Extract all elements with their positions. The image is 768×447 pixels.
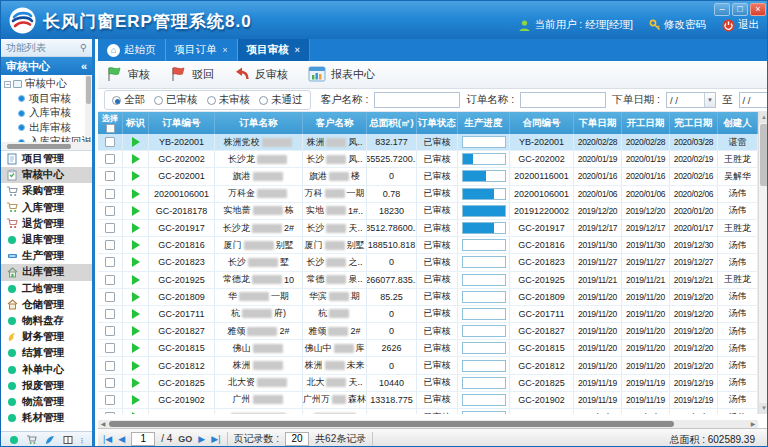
previous-page-button[interactable]: ◀ [118, 434, 125, 444]
sidebar-item-生产管理[interactable]: 生产管理 [1, 248, 92, 264]
table-row[interactable]: GC-2018178实地蔷栋实地1#..18230已审核201912200022… [98, 203, 768, 220]
quick-pen-icon[interactable] [45, 435, 55, 445]
quick-book-icon[interactable] [63, 435, 73, 445]
table-row[interactable]: GC-201825北大资北大天..10440已审核GC-2018252019/1… [98, 375, 768, 392]
row-checkbox[interactable] [105, 223, 115, 233]
collapse-node-icon[interactable]: − [4, 81, 11, 88]
customer-name-input[interactable] [374, 92, 460, 108]
tree-vertical-scrollbar[interactable] [85, 75, 92, 137]
tree-node-root[interactable]: −审核中心 [4, 77, 92, 92]
toolbar-button-报表中心[interactable]: 报表中心 [308, 66, 375, 84]
first-page-button[interactable]: |◀ [103, 434, 112, 444]
tab-项目审核[interactable]: 项目审核× [238, 39, 310, 61]
sidebar-item-仓储管理[interactable]: 仓储管理 [1, 297, 92, 313]
close-tab-icon[interactable]: × [223, 45, 228, 55]
order-date-to-picker[interactable]: / /▼ [739, 92, 768, 108]
tree-horizontal-scrollbar[interactable] [1, 142, 92, 150]
status-radio-已审核[interactable]: 已审核 [154, 93, 198, 107]
scroll-up-icon[interactable]: ▲ [759, 112, 768, 123]
table-row[interactable]: GC-201816厦门别墅厦门别墅188510.818已审核GC-2018162… [98, 237, 768, 254]
chevron-down-icon[interactable]: ▼ [704, 93, 715, 107]
sidebar-item-采购管理[interactable]: 采购管理 [1, 183, 92, 199]
row-checkbox[interactable] [105, 275, 115, 285]
select-all-checkbox[interactable] [106, 124, 115, 133]
scroll-down-icon[interactable]: ▼ [759, 403, 768, 414]
table-row[interactable]: YB-202001株洲党校株洲凤..832.177已审核YB-202001202… [98, 134, 768, 151]
row-checkbox[interactable] [105, 257, 115, 267]
page-number-input[interactable] [131, 432, 155, 446]
table-row[interactable]: GC-2019050已审核GC-2019052019/11/192019/11/… [98, 409, 768, 414]
sidebar-item-财务管理[interactable]: 财务管理 [1, 329, 92, 345]
tree-node-项目审核[interactable]: 项目审核 [4, 92, 92, 107]
row-checkbox[interactable] [105, 309, 115, 319]
toolbar-button-反审核[interactable]: 反审核 [234, 67, 288, 83]
tree-node-入库审核[interactable]: 入库审核 [4, 106, 92, 121]
next-page-button[interactable]: ▶ [198, 434, 205, 444]
close-tab-icon[interactable]: × [295, 45, 300, 55]
quick-cart-icon[interactable] [26, 435, 37, 445]
sidebar-item-物料盘存[interactable]: 物料盘存 [1, 313, 92, 329]
sidebar-item-结算管理[interactable]: 结算管理 [1, 345, 92, 361]
maximize-button[interactable]: □ [732, 3, 748, 16]
scroll-right-icon[interactable]: ▶ [748, 420, 758, 428]
table-vertical-scrollbar[interactable]: ▲ ▼ [758, 112, 768, 414]
table-row[interactable]: GC-202001旗港旗港楼0已审核202001160012020/01/162… [98, 168, 768, 185]
scroll-left-icon[interactable]: ◀ [98, 420, 108, 428]
overflow-icon[interactable]: ⁝ [81, 436, 84, 445]
tree-node-出库审核[interactable]: 出库审核 [4, 121, 92, 136]
sidebar-item-审核中心[interactable]: 审核中心 [1, 167, 92, 183]
sidebar-item-补单中心[interactable]: 补单中心 [1, 361, 92, 377]
row-checkbox[interactable] [105, 378, 115, 388]
scrollbar-thumb[interactable] [760, 124, 768, 186]
sidebar-item-物流管理[interactable]: 物流管理 [1, 394, 92, 410]
row-checkbox[interactable] [105, 154, 115, 164]
minimize-button[interactable]: – [714, 3, 730, 16]
row-checkbox[interactable] [105, 395, 115, 405]
table-row[interactable]: GC-201812株洲株洲未来0已审核GC-2018122019/11/2020… [98, 357, 768, 374]
sidebar-section-header[interactable]: 审核中心 « [1, 57, 92, 75]
toolbar-button-审核[interactable]: 审核 [106, 66, 150, 84]
status-radio-未审核[interactable]: 未审核 [207, 93, 251, 107]
pin-icon[interactable]: ⚲ [80, 42, 87, 53]
order-date-from-picker[interactable]: / /▼ [666, 92, 716, 108]
last-page-button[interactable]: ▶| [211, 434, 220, 444]
page-size-input[interactable] [285, 432, 309, 446]
table-row[interactable]: 20200106001万科金万科一期0.78已审核202001060012020… [98, 186, 768, 203]
table-row[interactable]: GC-201815佛山佛山中库2626已审核GC-2018152019/11/2… [98, 340, 768, 357]
table-row[interactable]: GC-201827雅颂2#雅颂2#0已审核GC-2018272019/11/20… [98, 323, 768, 340]
sidebar-item-出库管理[interactable]: 出库管理 [1, 264, 92, 280]
table-row[interactable]: GC-201809华一期华滨期85.25已审核GC-2018092019/11/… [98, 289, 768, 306]
go-button[interactable]: GO [178, 434, 192, 444]
close-button[interactable]: × [750, 3, 766, 16]
sidebar-item-退货管理[interactable]: 退货管理 [1, 216, 92, 232]
sidebar-item-入库管理[interactable]: 入库管理 [1, 200, 92, 216]
tab-起始页[interactable]: ⌂起始页 [98, 39, 166, 61]
collapse-icon[interactable]: « [81, 60, 87, 72]
row-checkbox[interactable] [105, 412, 115, 414]
sidebar-item-退库管理[interactable]: 退库管理 [1, 232, 92, 248]
table-row[interactable]: GC-202002长沙龙长沙凤..65525.7200..已审核GC-20200… [98, 151, 768, 168]
table-row[interactable]: GC-201917长沙龙2#长沙天..8512.78600..已审核GC-201… [98, 220, 768, 237]
toolbar-button-驳回[interactable]: 驳回 [170, 66, 214, 84]
row-checkbox[interactable] [105, 343, 115, 353]
table-row[interactable]: GC-201925常德龙10常德泉..266077.835..已审核GC-201… [98, 272, 768, 289]
tab-项目订单[interactable]: 项目订单× [166, 39, 238, 61]
order-name-input[interactable] [520, 92, 606, 108]
row-checkbox[interactable] [105, 361, 115, 371]
row-checkbox[interactable] [105, 326, 115, 336]
logout-button[interactable]: 退出 [722, 18, 759, 32]
sidebar-item-项目管理[interactable]: 项目管理 [1, 151, 92, 167]
row-checkbox[interactable] [105, 240, 115, 250]
scrollbar-thumb[interactable] [109, 421, 674, 427]
status-radio-全部[interactable]: 全部 [112, 93, 145, 107]
sidebar-item-工地管理[interactable]: 工地管理 [1, 281, 92, 297]
row-checkbox[interactable] [105, 292, 115, 302]
sidebar-item-报废管理[interactable]: 报废管理 [1, 378, 92, 394]
change-password-button[interactable]: 修改密码 [649, 18, 706, 32]
table-row[interactable]: GC-201823长沙墅长沙之..0已审核GC-2018232019/11/27… [98, 254, 768, 271]
row-checkbox[interactable] [105, 137, 115, 147]
sidebar-item-耗材管理[interactable]: 耗材管理 [1, 410, 92, 426]
quick-dot-icon[interactable] [10, 436, 18, 444]
row-checkbox[interactable] [105, 206, 115, 216]
table-row[interactable]: GC-201902广州广州万森林13318.775已审核GC-201902201… [98, 392, 768, 409]
